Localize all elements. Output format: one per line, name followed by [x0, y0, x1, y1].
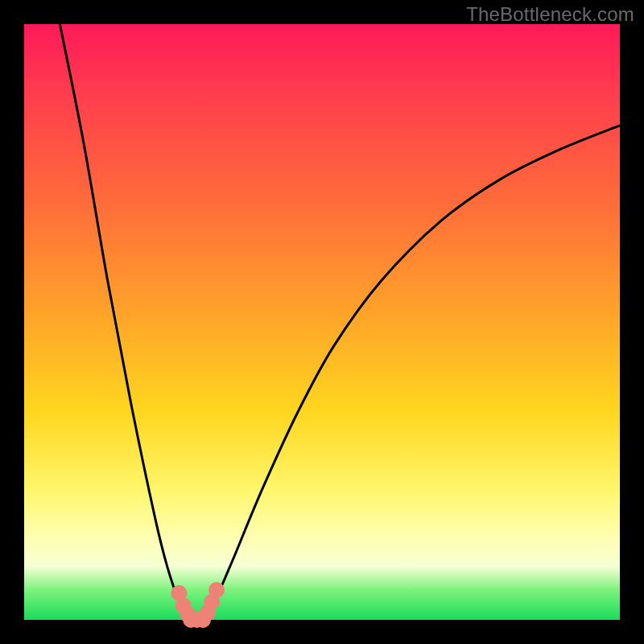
watermark-text: TheBottleneck.com — [466, 3, 634, 26]
marker-dots — [171, 582, 225, 628]
plot-area — [24, 24, 620, 620]
outer-frame: TheBottleneck.com — [0, 0, 644, 644]
bottleneck-curve — [60, 24, 620, 621]
curve-svg — [24, 24, 620, 620]
marker-dot — [208, 582, 225, 598]
